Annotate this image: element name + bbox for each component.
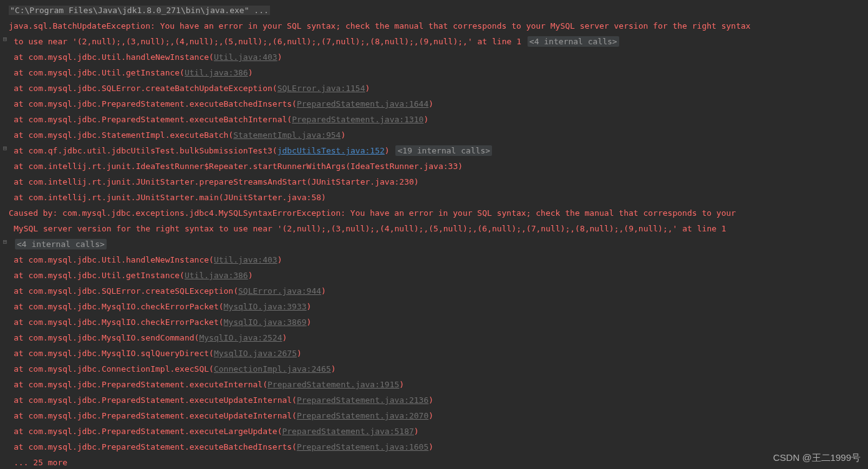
stack-trace-line: at com.mysql.jdbc.PreparedStatement.exec…	[9, 112, 868, 127]
command-line: "C:\Program Files\Java\jdk1.8.0_271\bin\…	[9, 2, 868, 18]
stack-trace-line: at com.mysql.jdbc.ConnectionImpl.execSQL…	[9, 361, 868, 377]
stack-trace-line: at com.mysql.jdbc.PreparedStatement.exec…	[9, 408, 868, 423]
caused-by-header: Caused by: com.mysql.jdbc.exceptions.jdb…	[9, 205, 868, 221]
stack-trace-line: at com.mysql.jdbc.MysqlIO.sendCommand(My…	[9, 330, 868, 346]
source-link[interactable]: Util.java:386	[185, 68, 248, 77]
console-output: ⊞ ⊞ ⊞ "C:\Program Files\Java\jdk1.8.0_27…	[0, 0, 868, 469]
expand-icon[interactable]: ⊞	[0, 140, 10, 156]
source-link[interactable]: PreparedStatement.java:1310	[292, 115, 423, 124]
source-link[interactable]: PreparedStatement.java:2136	[297, 395, 428, 405]
source-link[interactable]: PreparedStatement.java:2070	[297, 411, 428, 420]
source-link[interactable]: PreparedStatement.java:1915	[268, 380, 399, 389]
exception-header: java.sql.BatchUpdateException: You have …	[9, 18, 868, 34]
stack-trace-line: at com.intellij.rt.junit.JUnitStarter.ma…	[9, 190, 868, 205]
stack-trace-line: at com.mysql.jdbc.MysqlIO.checkErrorPack…	[9, 299, 868, 314]
source-link[interactable]: ConnectionImpl.java:2465	[214, 364, 331, 374]
source-link[interactable]: SQLError.java:1154	[277, 84, 365, 93]
stack-trace-line: at com.mysql.jdbc.PreparedStatement.exec…	[9, 423, 868, 439]
watermark: CSDN @王二1999号	[773, 450, 861, 465]
stack-trace-line: at com.intellij.rt.junit.IdeaTestRunner$…	[9, 158, 868, 174]
stack-trace-line: at com.mysql.jdbc.PreparedStatement.exec…	[9, 96, 868, 112]
source-link[interactable]: MysqlIO.java:3869	[224, 317, 307, 327]
source-link[interactable]: Util.java:403	[214, 255, 277, 264]
source-link[interactable]: Util.java:403	[214, 52, 277, 62]
stack-trace-line: at com.mysql.jdbc.PreparedStatement.exec…	[9, 439, 868, 455]
stack-trace-line: at com.mysql.jdbc.Util.handleNewInstance…	[9, 49, 868, 65]
stack-trace-line: at com.mysql.jdbc.Util.getInstance(Util.…	[9, 65, 868, 80]
stack-trace-line: at com.mysql.jdbc.Util.handleNewInstance…	[9, 252, 868, 268]
fold-line: <4 internal calls>	[9, 236, 868, 252]
exception-line: to use near '(2,null);,(3,null);,(4,null…	[9, 34, 868, 49]
source-link[interactable]: StatementImpl.java:954	[233, 130, 340, 140]
source-link[interactable]: MysqlIO.java:2675	[214, 349, 297, 358]
stack-trace-line: at com.mysql.jdbc.PreparedStatement.exec…	[9, 377, 868, 392]
stack-trace-line: at com.mysql.jdbc.Util.getInstance(Util.…	[9, 268, 868, 283]
expand-icon[interactable]: ⊞	[0, 31, 10, 47]
source-link[interactable]: SQLError.java:944	[238, 286, 321, 296]
source-link[interactable]: PreparedStatement.java:1644	[297, 99, 428, 109]
fold-internal-calls[interactable]: <4 internal calls>	[15, 239, 107, 249]
source-link[interactable]: PreparedStatement.java:1605	[297, 442, 428, 452]
source-link[interactable]: Util.java:386	[185, 271, 248, 280]
source-link[interactable]: MysqlIO.java:2524	[199, 333, 282, 342]
source-link[interactable]: MysqlIO.java:3933	[224, 302, 307, 311]
stack-trace-line: at com.mysql.jdbc.SQLError.createSQLExce…	[9, 283, 868, 299]
stack-trace-line: at com.mysql.jdbc.SQLError.createBatchUp…	[9, 80, 868, 96]
stack-trace-line: at com.mysql.jdbc.PreparedStatement.exec…	[9, 392, 868, 408]
stack-trace-line: at com.mysql.jdbc.MysqlIO.checkErrorPack…	[9, 314, 868, 330]
fold-internal-calls[interactable]: <4 internal calls>	[528, 36, 619, 47]
source-link[interactable]: PreparedStatement.java:5187	[282, 427, 413, 436]
more-frames: ... 25 more	[9, 455, 868, 469]
fold-gutter: ⊞ ⊞ ⊞	[0, 0, 10, 249]
stack-trace-line: at com.qf.jdbc.util.jdbcUtilsTest.bulkSu…	[9, 143, 868, 158]
stack-trace-line: at com.intellij.rt.junit.JUnitStarter.pr…	[9, 174, 868, 190]
expand-icon[interactable]: ⊞	[0, 234, 10, 249]
source-link[interactable]: jdbcUtilsTest.java:152	[277, 146, 385, 155]
stack-trace-line: at com.mysql.jdbc.MysqlIO.sqlQueryDirect…	[9, 346, 868, 361]
stack-trace-line: at com.mysql.jdbc.StatementImpl.executeB…	[9, 127, 868, 143]
fold-internal-calls[interactable]: <19 internal calls>	[395, 145, 492, 156]
exception-line: MySQL server version for the right synta…	[9, 221, 868, 236]
